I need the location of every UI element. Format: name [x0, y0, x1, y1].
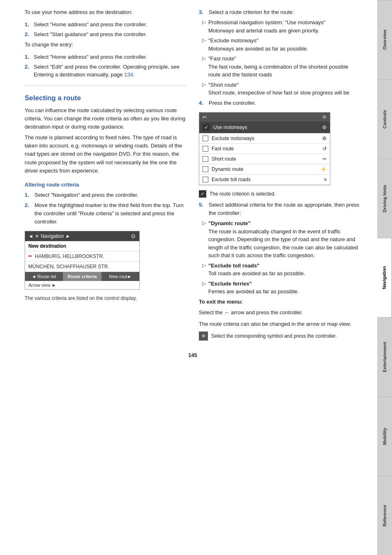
top-section: To use your home address as the destinat…	[25, 8, 361, 344]
selecting-route-heading: Selecting a route	[25, 94, 187, 102]
tab-controls-label: Controls	[382, 110, 387, 128]
step3-num: 3.	[199, 8, 207, 16]
step-text-3: Select "Home address" and press the cont…	[34, 53, 147, 61]
criteria-item-3: ▷ "Fast route"The fast route, being a co…	[202, 55, 361, 79]
arrow-bullet-7: ▷	[202, 280, 206, 296]
nav-title: ◄ ✕ Navigation ►	[28, 233, 70, 239]
selecting-route-para2: The route is planned according to fixed …	[25, 134, 187, 175]
nav-display-header: ◄ ✕ Navigation ► ⚙	[25, 231, 139, 241]
route-scissors-icon: ✂	[323, 156, 327, 162]
criteria-item-2: ▷ "Exclude motorways"Motorways are avoid…	[202, 37, 361, 53]
selecting-route-para1: You can influence the route calculated b…	[25, 106, 187, 131]
route-list-btn[interactable]: ◄ Route list	[25, 272, 63, 281]
tab-mobility-label: Mobility	[382, 428, 387, 445]
settings-symbol-note: ⚙ Select the corresponding symbol and pr…	[199, 332, 361, 341]
criteria-text-2: "Exclude motorways"Motorways are avoided…	[208, 37, 361, 53]
tab-overview[interactable]: Overview	[377, 0, 392, 79]
check-icon: ✓	[199, 190, 206, 198]
step-text-4: Select "Edit" and press the controller. …	[34, 63, 187, 79]
tab-mobility[interactable]: Mobility	[377, 396, 392, 476]
route-menu-corner-icon: ⚙	[322, 114, 327, 120]
step5-text: Select additional criteria for the route…	[209, 201, 361, 217]
step-num-2: 2.	[25, 30, 32, 39]
arrow-view-label: Arrow view ►	[28, 283, 56, 288]
back-arrow-icon: ◄	[28, 233, 33, 239]
settings-symbol-icon: ⚙	[199, 332, 208, 341]
checkbox-empty-icon-3	[203, 156, 208, 162]
step-item: 1. Select "Home address" and press the c…	[25, 53, 187, 61]
nav-x-icon: ✕	[35, 233, 39, 239]
route-label-toll: Exclude toll roads	[212, 177, 251, 182]
page-number: 145	[25, 352, 361, 358]
left-column: To use your home address as the destinat…	[25, 8, 187, 344]
altering-step-num-1: 1.	[25, 191, 33, 199]
route-row-toll[interactable]: Exclude toll roads ≡	[199, 175, 330, 185]
checkbox-empty-icon-2	[203, 146, 208, 152]
route-row-dynamic[interactable]: Dynamic route ⚡	[199, 164, 330, 175]
step-text-1: Select "Home address" and press the cont…	[34, 21, 147, 29]
tab-navigation[interactable]: Navigation	[377, 238, 392, 317]
nav-footer: ◄ Route list Route criteria New rout►	[25, 272, 139, 281]
back-arrow-symbol: ←	[224, 309, 229, 315]
route-settings-icon-2: ⚙	[322, 136, 327, 141]
corner-settings-icon: ⚙	[131, 233, 136, 240]
additional-text-2: "Exclude toll roads"Toll roads are avoid…	[208, 262, 361, 278]
criteria-item-4: ▷ "Short route"Short route, irrespective…	[202, 81, 361, 97]
right-column: 3. Select a route criterion for the rout…	[199, 8, 361, 344]
altering-criteria-heading: Altering route criteria	[25, 182, 187, 188]
tab-reference[interactable]: Reference	[377, 476, 392, 555]
arrow-view-row[interactable]: Arrow view ►	[25, 281, 139, 289]
route-row-short[interactable]: Short route ✂	[199, 154, 330, 164]
main-content: To use your home address as the destinat…	[0, 0, 377, 555]
tab-entertainment-label: Entertainment	[382, 342, 387, 372]
route-menu-back-icon: ↩	[203, 114, 207, 120]
route-criteria-btn[interactable]: Route criteria	[63, 272, 101, 281]
criteria-text-3: "Fast route"The fast route, being a comb…	[208, 55, 361, 79]
arrow-bullet-2: ▷	[202, 37, 206, 53]
nav-dest-1: •• HAMBURG, HELLBROOKSTR.	[25, 251, 139, 262]
page-link-134[interactable]: 134	[124, 71, 133, 78]
criteria-text-4: "Short route"Short route, irrespective o…	[208, 81, 361, 97]
step4-text: Press the controller.	[209, 99, 361, 107]
route-row-fast[interactable]: Fast route ↺	[199, 144, 330, 154]
criteria-list: ▷ Professional navigation system: "Use m…	[202, 18, 361, 97]
step-num-3: 1.	[25, 53, 32, 61]
settings-symbol-text: Select the corresponding symbol and pres…	[211, 333, 337, 339]
step-item: 2. Select "Start guidance" and press the…	[25, 30, 187, 39]
step-text-2: Select "Start guidance" and press the co…	[34, 30, 147, 39]
route-row-use-motorways[interactable]: ✓ Use motorways ⚙	[199, 122, 330, 134]
tab-navigation-label: Navigation	[382, 266, 387, 289]
checkbox-empty-icon-4	[203, 166, 208, 172]
checkbox-empty-icon-1	[203, 136, 208, 141]
step-num-1: 1.	[25, 21, 32, 29]
step4-num: 4.	[199, 99, 207, 107]
nav-new-destination: New destination	[25, 241, 139, 251]
tab-overview-label: Overview	[382, 30, 387, 50]
altering-step-2: 2. Move the highlighted marker to the th…	[25, 201, 187, 226]
step-item: 2. Select "Edit" and press the controlle…	[25, 63, 187, 79]
nav-forward-icon: ►	[66, 233, 71, 239]
new-route-btn[interactable]: New rout►	[101, 272, 139, 281]
route-list-arrow: ◄	[32, 274, 36, 279]
tab-controls[interactable]: Controls	[377, 79, 392, 159]
side-tabs: Overview Controls Driving hints Navigati…	[377, 0, 392, 555]
additional-text-3: "Exclude ferries"Ferries are avoided as …	[208, 280, 361, 296]
home-address-intro: To use your home address as the destinat…	[25, 8, 187, 16]
additional-item-1: ▷ "Dynamic route"The route is automatica…	[202, 219, 361, 260]
route-label-short: Short route	[212, 156, 236, 162]
checkmark-text: The route criterion is selected.	[210, 191, 276, 197]
tab-driving-hints[interactable]: Driving hints	[377, 159, 392, 238]
additional-item-3: ▷ "Exclude ferries"Ferries are avoided a…	[202, 280, 361, 296]
steps-list-2: 1. Select "Home address" and press the c…	[25, 53, 187, 79]
route-label-fast: Fast route	[212, 146, 234, 152]
step-num-4: 2.	[25, 63, 32, 79]
tab-entertainment[interactable]: Entertainment	[377, 317, 392, 396]
nav-header-label: Navigation	[41, 233, 64, 239]
step-item: 1. Select "Home address" and press the c…	[25, 21, 187, 29]
arrow-bullet-3: ▷	[202, 55, 206, 79]
route-row-exclude-motorways[interactable]: Exclude motorways ⚙	[199, 134, 330, 144]
change-entry-intro: To change the entry:	[25, 41, 187, 49]
route-criteria-menu: ↩ ⚙ ✓ Use motorways ⚙ Exclude motorways …	[199, 112, 330, 185]
exit-menu-desc: Select the ← arrow and press the control…	[199, 309, 361, 317]
nav-dest-2: MÜNCHEN, SCHAFFHAUSER STR.	[25, 262, 139, 272]
